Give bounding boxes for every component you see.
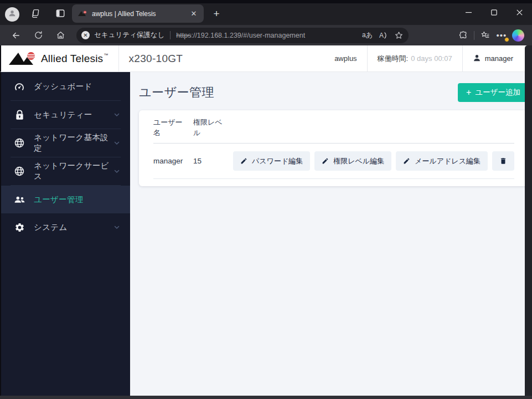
workspaces-icon xyxy=(31,8,41,21)
extensions-button[interactable] xyxy=(455,28,472,43)
add-user-button[interactable]: + ユーザー追加 xyxy=(458,83,529,102)
trademark: ™ xyxy=(104,53,108,58)
sidebar-item-label: ネットワーク基本設定 xyxy=(34,132,113,154)
security-warning-label: セキュリティ保護なし xyxy=(94,30,164,40)
favorite-star-icon[interactable] xyxy=(395,31,403,39)
pencil-icon xyxy=(403,157,410,165)
favorites-hub-button[interactable] xyxy=(477,28,493,43)
product-name: awplus xyxy=(324,45,366,71)
tab-title: awplus | Allied Telesis xyxy=(92,10,188,18)
pencil-icon xyxy=(322,157,329,165)
uptime-label: 稼働時間: xyxy=(378,54,409,64)
device-model: x230-10GT xyxy=(129,53,183,65)
chevron-down-icon xyxy=(113,140,120,146)
page-title: ユーザー管理 xyxy=(139,84,214,101)
globe-icon xyxy=(13,137,25,149)
url-path: ://192.168.1.239/#/user-management xyxy=(191,32,305,39)
column-header-username: ユーザー名 xyxy=(153,117,185,138)
user-icon xyxy=(473,54,481,64)
tab-favicon-allied-telesis xyxy=(78,9,87,19)
table-row: manager 15 パスワード編集 権限レベル編集 xyxy=(153,144,514,179)
uptime-value: 0 days 00:07 xyxy=(411,54,452,63)
sidebar-item-label: ネットワークサービス xyxy=(34,161,113,182)
user-menu[interactable]: manager xyxy=(462,45,523,71)
app-header: Allied Telesis™ x230-10GT awplus 稼働時間: 0… xyxy=(0,45,532,72)
profile-avatar-icon xyxy=(8,9,17,20)
row-actions: パスワード編集 権限レベル編集 メールアドレス編集 xyxy=(233,151,514,171)
url-scheme: https xyxy=(176,32,191,39)
header-right: awplus 稼働時間: 0 days 00:07 manager xyxy=(324,45,532,71)
cell-username: manager xyxy=(153,157,193,165)
close-window-button[interactable] xyxy=(507,0,532,25)
maximize-button[interactable] xyxy=(481,0,507,25)
page-body: ダッシュボード セキュリティー ネットワーク基本設定 xyxy=(0,72,532,396)
page-scrollbar[interactable] xyxy=(525,45,532,396)
toolbar-right-icons: ••• xyxy=(455,28,526,43)
column-header-actions xyxy=(233,117,265,138)
main-content: ユーザー管理 + ユーザー追加 ユーザー名 権限レベル manager 15 xyxy=(130,72,532,396)
tab-close-icon[interactable]: ✕ xyxy=(188,8,199,19)
sidebar-item-system[interactable]: システム xyxy=(1,213,130,241)
browser-titlebar: awplus | Allied Telesis ✕ + xyxy=(0,3,532,25)
refresh-button[interactable] xyxy=(30,28,47,43)
plus-icon: + xyxy=(466,88,471,98)
edit-privilege-button[interactable]: 権限レベル編集 xyxy=(314,151,391,171)
address-bar[interactable]: ✕ セキュリティ保護なし https://192.168.1.239/#/use… xyxy=(76,28,409,43)
user-table-card: ユーザー名 権限レベル manager 15 パスワード編集 権 xyxy=(139,110,529,186)
sidebar-item-label: ユーザー管理 xyxy=(34,195,83,205)
sidebar-item-network-basic[interactable]: ネットワーク基本設定 xyxy=(1,129,130,157)
add-user-label: ユーザー追加 xyxy=(475,88,520,98)
trash-icon xyxy=(499,157,507,165)
home-button[interactable] xyxy=(52,28,69,43)
edit-email-button[interactable]: メールアドレス編集 xyxy=(396,151,488,171)
sidebar-item-security[interactable]: セキュリティー xyxy=(1,101,130,129)
users-icon xyxy=(13,195,25,204)
tab-actions-button[interactable] xyxy=(51,6,70,23)
cell-privilege-level: 15 xyxy=(193,157,233,165)
uptime: 稼働時間: 0 days 00:07 xyxy=(367,45,462,71)
translate-button[interactable]: aあ xyxy=(362,30,373,40)
settings-more-button[interactable]: ••• xyxy=(493,28,510,43)
table-header-row: ユーザー名 権限レベル xyxy=(153,110,514,144)
security-warning-icon[interactable]: ✕ xyxy=(81,31,90,39)
browser-window: awplus | Allied Telesis ✕ + ✕ xyxy=(0,0,532,399)
username: manager xyxy=(485,54,513,63)
chevron-down-icon xyxy=(113,168,120,175)
header-divider xyxy=(118,45,119,71)
pencil-icon xyxy=(240,157,247,165)
brand-name: Allied Telesis™ xyxy=(41,53,109,65)
workspaces-button[interactable] xyxy=(27,6,45,23)
read-aloud-button[interactable]: A xyxy=(379,32,388,39)
sidebar-nav: ダッシュボード セキュリティー ネットワーク基本設定 xyxy=(1,72,130,396)
minimize-button[interactable] xyxy=(456,0,481,25)
urlbar-divider xyxy=(170,31,171,39)
sidebar-item-network-services[interactable]: ネットワークサービス xyxy=(1,157,130,185)
page-header-row: ユーザー管理 + ユーザー追加 xyxy=(139,83,530,102)
copilot-icon xyxy=(512,29,524,42)
edit-password-button[interactable]: パスワード編集 xyxy=(233,151,310,171)
url-text[interactable]: https://192.168.1.239/#/user-management xyxy=(176,32,355,39)
vertical-tabs-icon xyxy=(55,8,65,21)
delete-user-button[interactable] xyxy=(492,151,514,171)
lock-icon xyxy=(13,110,25,120)
copilot-button[interactable] xyxy=(510,28,526,43)
sidebar-item-label: ダッシュボード xyxy=(34,81,92,92)
sidebar-item-user-management[interactable]: ユーザー管理 xyxy=(1,186,130,213)
sidebar-item-dashboard[interactable]: ダッシュボード xyxy=(1,73,130,100)
window-controls xyxy=(456,0,532,25)
new-tab-button[interactable]: + xyxy=(208,6,225,22)
browser-profile-button[interactable] xyxy=(5,7,19,22)
browser-toolbar: ✕ セキュリティ保護なし https://192.168.1.239/#/use… xyxy=(0,25,532,45)
sidebar-item-label: セキュリティー xyxy=(34,110,92,120)
notification-badge xyxy=(504,37,509,42)
allied-telesis-logo-mark xyxy=(8,51,37,66)
dashboard-icon xyxy=(13,81,25,92)
browser-tab[interactable]: awplus | Allied Telesis ✕ xyxy=(72,4,204,23)
allied-telesis-logo: Allied Telesis™ xyxy=(8,51,109,66)
globe-icon xyxy=(13,166,25,177)
window-bottom-edge xyxy=(0,396,532,399)
column-header-privilege: 権限レベル xyxy=(193,117,225,138)
back-button[interactable] xyxy=(8,28,24,43)
toolbar-divider xyxy=(474,31,474,40)
sidebar-item-label: システム xyxy=(34,222,68,233)
